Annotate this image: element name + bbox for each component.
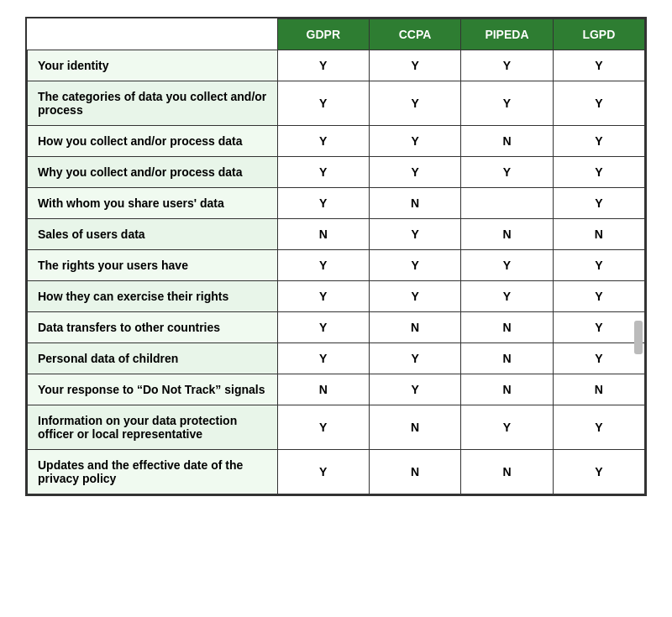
cell-lgpd: Y bbox=[553, 312, 644, 343]
cell-gdpr: Y bbox=[277, 343, 369, 374]
cell-gdpr: Y bbox=[277, 126, 369, 157]
cell-ccpa: N bbox=[369, 450, 460, 494]
col-header-pipeda: PIPEDA bbox=[461, 19, 553, 50]
cell-gdpr: Y bbox=[277, 405, 369, 450]
cell-ccpa: Y bbox=[369, 126, 460, 157]
cell-pipeda: Y bbox=[461, 250, 553, 281]
table-row: Sales of users dataNYNN bbox=[28, 219, 645, 250]
cell-ccpa: N bbox=[369, 405, 460, 450]
cell-ccpa: Y bbox=[369, 157, 460, 188]
row-label: How you collect and/or process data bbox=[28, 126, 278, 157]
cell-lgpd: Y bbox=[553, 126, 644, 157]
cell-pipeda: Y bbox=[461, 81, 553, 126]
col-header-gdpr: GDPR bbox=[277, 19, 369, 50]
cell-gdpr: Y bbox=[277, 450, 369, 494]
row-label: Why you collect and/or process data bbox=[28, 157, 278, 188]
row-label: Personal data of children bbox=[28, 343, 278, 374]
cell-ccpa: N bbox=[369, 312, 460, 343]
cell-ccpa: Y bbox=[369, 343, 460, 374]
row-label: Your identity bbox=[28, 50, 278, 81]
row-label: The rights your users have bbox=[28, 250, 278, 281]
cell-pipeda: N bbox=[461, 450, 553, 494]
table-row: The categories of data you collect and/o… bbox=[28, 81, 645, 126]
cell-ccpa: Y bbox=[369, 219, 460, 250]
table-row: Information on your data protection offi… bbox=[28, 405, 645, 450]
table-row: The rights your users haveYYYY bbox=[28, 250, 645, 281]
row-label: With whom you share users' data bbox=[28, 188, 278, 219]
table-row: Personal data of childrenYYNY bbox=[28, 343, 645, 374]
cell-gdpr: N bbox=[277, 219, 369, 250]
cell-gdpr: Y bbox=[277, 157, 369, 188]
col-header-lgpd: LGPD bbox=[553, 19, 644, 50]
table-row: Data transfers to other countriesYNNY bbox=[28, 312, 645, 343]
row-label: Updates and the effective date of the pr… bbox=[28, 450, 278, 494]
cell-lgpd: Y bbox=[553, 405, 644, 450]
row-label: Information on your data protection offi… bbox=[28, 405, 278, 450]
table-row: Your response to “Do Not Track” signalsN… bbox=[28, 374, 645, 405]
cell-ccpa: Y bbox=[369, 374, 460, 405]
row-label: Sales of users data bbox=[28, 219, 278, 250]
compliance-table: GDPR CCPA PIPEDA LGPD Your identityYYYYT… bbox=[25, 17, 647, 496]
cell-lgpd: Y bbox=[553, 81, 644, 126]
cell-lgpd: Y bbox=[553, 188, 644, 219]
cell-ccpa: Y bbox=[369, 281, 460, 312]
cell-lgpd: Y bbox=[553, 343, 644, 374]
cell-gdpr: Y bbox=[277, 281, 369, 312]
col-header-ccpa: CCPA bbox=[369, 19, 460, 50]
cell-ccpa: Y bbox=[369, 81, 460, 126]
cell-pipeda: Y bbox=[461, 50, 553, 81]
table-row: How they can exercise their rightsYYYY bbox=[28, 281, 645, 312]
row-label: Your response to “Do Not Track” signals bbox=[28, 374, 278, 405]
row-label: How they can exercise their rights bbox=[28, 281, 278, 312]
cell-ccpa: N bbox=[369, 188, 460, 219]
cell-lgpd: Y bbox=[553, 50, 644, 81]
cell-lgpd: N bbox=[553, 374, 644, 405]
cell-pipeda: N bbox=[461, 374, 553, 405]
cell-pipeda: N bbox=[461, 343, 553, 374]
cell-ccpa: Y bbox=[369, 250, 460, 281]
row-label: The categories of data you collect and/o… bbox=[28, 81, 278, 126]
cell-pipeda: N bbox=[461, 126, 553, 157]
table-row: With whom you share users' dataYNY bbox=[28, 188, 645, 219]
cell-lgpd: Y bbox=[553, 157, 644, 188]
cell-lgpd: Y bbox=[553, 281, 644, 312]
cell-pipeda: N bbox=[461, 219, 553, 250]
cell-gdpr: Y bbox=[277, 188, 369, 219]
table-row: Your identityYYYY bbox=[28, 50, 645, 81]
cell-pipeda bbox=[461, 188, 553, 219]
cell-lgpd: N bbox=[553, 219, 644, 250]
cell-pipeda: Y bbox=[461, 157, 553, 188]
col-header-empty bbox=[28, 19, 278, 50]
cell-gdpr: Y bbox=[277, 312, 369, 343]
cell-gdpr: Y bbox=[277, 250, 369, 281]
cell-pipeda: N bbox=[461, 312, 553, 343]
cell-lgpd: Y bbox=[553, 250, 644, 281]
cell-ccpa: Y bbox=[369, 50, 460, 81]
table-row: Why you collect and/or process dataYYYY bbox=[28, 157, 645, 188]
cell-gdpr: Y bbox=[277, 81, 369, 126]
table-row: How you collect and/or process dataYYNY bbox=[28, 126, 645, 157]
cell-pipeda: Y bbox=[461, 281, 553, 312]
cell-gdpr: N bbox=[277, 374, 369, 405]
cell-pipeda: Y bbox=[461, 405, 553, 450]
table-row: Updates and the effective date of the pr… bbox=[28, 450, 645, 494]
cell-gdpr: Y bbox=[277, 50, 369, 81]
row-label: Data transfers to other countries bbox=[28, 312, 278, 343]
cell-lgpd: Y bbox=[553, 450, 644, 494]
